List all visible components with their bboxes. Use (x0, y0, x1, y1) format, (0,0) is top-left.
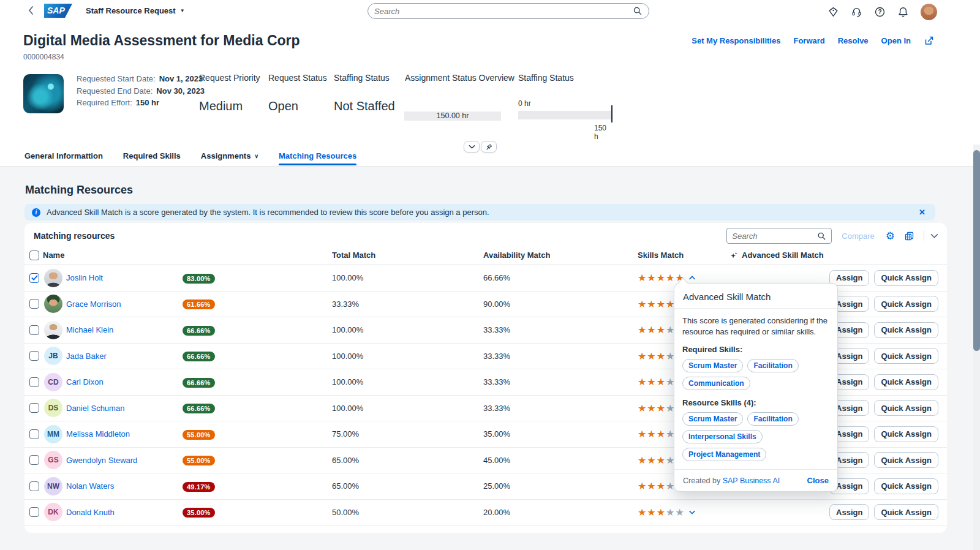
row-checkbox[interactable] (29, 403, 39, 413)
headset-icon[interactable] (851, 6, 862, 18)
row-actions: AssignQuick Assign (829, 348, 938, 364)
quick-assign-button[interactable]: Quick Assign (874, 400, 938, 416)
app-title-menu[interactable]: Staff Resource Request ▼ (86, 6, 185, 15)
table-search-input[interactable] (732, 232, 817, 241)
row-actions: AssignQuick Assign (829, 504, 938, 520)
pin-header-button[interactable] (481, 141, 497, 153)
popover-close-button[interactable]: Close (807, 476, 829, 485)
total-match-cell: 66.66% (183, 350, 332, 361)
quick-assign-button[interactable]: Quick Assign (874, 452, 938, 468)
content-area: Matching Resources i Advanced Skill Matc… (0, 167, 980, 550)
resource-name-link[interactable]: Melissa Middleton (66, 429, 183, 439)
created-by-text: Created by SAP Business AI (683, 477, 780, 485)
settings-gear-icon[interactable]: ⚙ (886, 231, 895, 241)
row-checkbox[interactable] (29, 481, 39, 491)
skill-chip[interactable]: Scrum Master (682, 412, 743, 426)
skill-chip[interactable]: Facilitation (747, 359, 798, 372)
sap-logo[interactable]: SAP (44, 4, 72, 18)
star-filled-icon: ★ (647, 272, 656, 284)
export-copy-icon[interactable] (904, 231, 914, 241)
chevron-down-icon: ∨ (254, 153, 258, 159)
bell-icon[interactable] (897, 6, 909, 18)
rating-chevron-up-icon[interactable] (689, 276, 695, 280)
rating-chevron-down-icon[interactable] (689, 510, 695, 514)
chevron-down-icon[interactable] (930, 233, 938, 239)
requested-end-label: Requested End Date: (77, 86, 153, 96)
chevron-down-icon: ▼ (180, 8, 185, 13)
resource-name-link[interactable]: Jada Baker (66, 352, 183, 361)
tab-matching-resources[interactable]: Matching Resources (279, 151, 356, 165)
open-in-action[interactable]: Open In (881, 36, 911, 45)
resource-name-link[interactable]: Grace Morrison (66, 299, 183, 309)
kpi-request-priority: Request Priority Medium (199, 73, 260, 113)
search-icon[interactable] (817, 232, 826, 241)
row-checkbox[interactable] (29, 455, 39, 465)
total-match-cell: 55.00% (183, 454, 332, 465)
select-all-checkbox[interactable] (29, 251, 39, 260)
search-icon[interactable] (633, 6, 643, 16)
row-checkbox[interactable] (29, 507, 39, 517)
open-in-new-icon[interactable] (924, 36, 934, 46)
shell-search-input[interactable] (374, 7, 633, 16)
resource-name-link[interactable]: Michael Klein (66, 325, 183, 334)
total-match-badge: 83.00% (183, 274, 215, 284)
quick-assign-button[interactable]: Quick Assign (874, 270, 938, 286)
total-match-cell: 55.00% (183, 429, 332, 440)
quick-assign-button[interactable]: Quick Assign (874, 374, 938, 390)
skill-chip[interactable]: Communication (682, 377, 750, 390)
collapse-header-button[interactable] (464, 141, 480, 153)
resource-name-link[interactable]: Nolan Waters (66, 481, 183, 491)
assign-button[interactable]: Assign (829, 504, 869, 520)
forward-action[interactable]: Forward (793, 36, 824, 45)
tab-general-informattion[interactable]: General Informattion (24, 151, 103, 165)
information-icon: i (32, 208, 40, 217)
skill-chip[interactable]: Project Management (682, 448, 766, 461)
user-avatar[interactable] (921, 4, 937, 20)
quick-assign-button[interactable]: Quick Assign (874, 426, 938, 442)
skills-match-value: 33.33% (483, 352, 638, 361)
total-match-cell: 66.66% (183, 377, 332, 388)
skill-chip[interactable]: Facilitation (747, 412, 798, 426)
tab-required-skills[interactable]: Required Skills (123, 151, 181, 165)
compare-button[interactable]: Compare (842, 232, 874, 241)
quick-assign-button[interactable]: Quick Assign (874, 322, 938, 338)
resource-name-link[interactable]: Gwendolyn Steward (66, 456, 183, 465)
kpi-assignment-overview: Assignment Status Overview 150.00 hr (405, 73, 514, 83)
shell-search[interactable] (368, 3, 649, 19)
availability-match-value: 100.00% (332, 404, 483, 413)
resource-name-link[interactable]: Carl Dixon (66, 377, 183, 386)
skill-chip[interactable]: Interpersonal Skills (682, 430, 763, 443)
set-my-responsibilities-action[interactable]: Set My Responsibilities (692, 36, 780, 45)
quick-assign-button[interactable]: Quick Assign (874, 504, 938, 520)
column-skills-match: Skills Match (638, 251, 729, 260)
resolve-action[interactable]: Resolve (838, 36, 869, 45)
resource-name-link[interactable]: Joslin Holt (66, 273, 183, 282)
close-icon[interactable]: ✕ (916, 208, 928, 217)
star-filled-icon: ★ (647, 350, 656, 362)
row-checkbox[interactable] (29, 325, 39, 335)
tag-icon[interactable] (827, 6, 839, 18)
quick-assign-button[interactable]: Quick Assign (874, 478, 938, 494)
resource-name-link[interactable]: Donald Knuth (66, 508, 183, 517)
quick-assign-button[interactable]: Quick Assign (874, 296, 938, 312)
tab-assignments[interactable]: Assignments∨ (201, 151, 258, 165)
back-icon[interactable] (28, 6, 34, 15)
header-actions: Set My ResponsibilitiesForwardResolveOpe… (692, 36, 934, 46)
quick-assign-button[interactable]: Quick Assign (874, 348, 938, 364)
help-icon[interactable]: ? (874, 6, 886, 18)
row-checkbox[interactable] (29, 273, 39, 283)
skills-match-value: 90.00% (483, 299, 638, 309)
star-filled-icon: ★ (638, 376, 647, 388)
vertical-scrollbar-thumb[interactable] (973, 150, 980, 351)
avatar: JB (44, 347, 62, 365)
row-checkbox[interactable] (29, 377, 39, 387)
row-checkbox[interactable] (29, 429, 39, 439)
row-checkbox[interactable] (29, 351, 39, 361)
resource-name-link[interactable]: Daniel Schuman (66, 404, 183, 413)
request-fields: Requested Start Date:Nov 1, 2023 Request… (77, 73, 205, 109)
row-checkbox[interactable] (29, 299, 39, 309)
skill-chip[interactable]: Scrum Master (682, 359, 743, 372)
table-search[interactable] (726, 228, 832, 244)
sap-business-ai-link[interactable]: SAP Business AI (723, 477, 780, 485)
column-name: Name (43, 251, 183, 260)
